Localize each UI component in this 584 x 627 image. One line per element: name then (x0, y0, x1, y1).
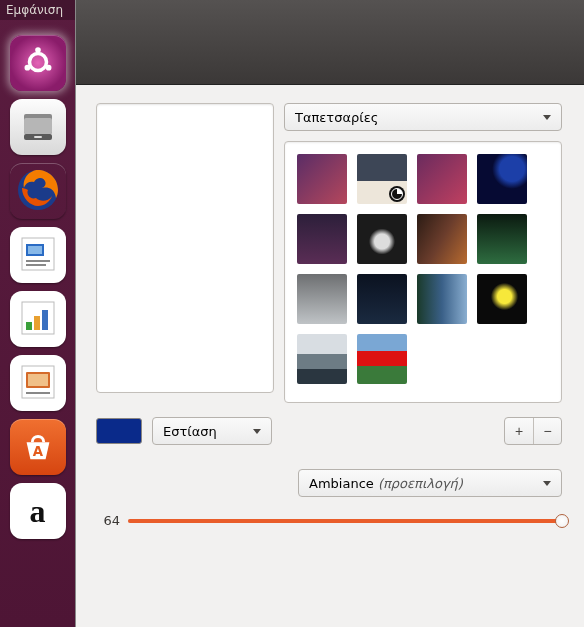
wallpaper-thumb[interactable] (417, 154, 467, 204)
remove-wallpaper-button[interactable]: − (533, 418, 561, 444)
wallpaper-thumb[interactable] (477, 214, 527, 264)
slider-fill (128, 519, 562, 523)
svg-point-3 (24, 64, 30, 70)
launcher-item-libreoffice-impress[interactable] (10, 355, 66, 411)
wallpaper-thumb[interactable] (477, 274, 527, 324)
chevron-down-icon (543, 115, 551, 120)
wallpaper-thumb[interactable] (477, 154, 527, 204)
wallpaper-thumb[interactable] (297, 154, 347, 204)
background-color-swatch[interactable] (96, 418, 142, 444)
svg-rect-21 (28, 374, 48, 386)
svg-rect-14 (26, 264, 46, 266)
wallpaper-thumb[interactable] (357, 154, 407, 204)
impress-icon (18, 362, 58, 405)
wallpaper-grid (284, 141, 562, 403)
launcher-item-amazon[interactable]: a (10, 483, 66, 539)
chevron-down-icon (543, 481, 551, 486)
svg-rect-6 (24, 118, 52, 134)
software-center-icon: A (19, 427, 57, 468)
add-wallpaper-button[interactable]: + (505, 418, 533, 444)
fit-mode-dropdown[interactable]: Εστίαση (152, 417, 272, 445)
unity-launcher: Εμφάνιση A a (0, 0, 75, 627)
svg-text:A: A (32, 443, 43, 458)
launcher-item-libreoffice-calc[interactable] (10, 291, 66, 347)
launcher-item-ubuntu-software[interactable]: A (10, 419, 66, 475)
clock-icon (389, 186, 405, 202)
wallpaper-preview (96, 103, 274, 393)
wallpaper-source-label: Ταπετσαρίες (295, 110, 378, 125)
svg-rect-12 (28, 246, 42, 254)
slider-thumb[interactable] (555, 514, 569, 528)
fit-mode-label: Εστίαση (163, 424, 217, 439)
svg-point-2 (35, 47, 41, 53)
launcher-item-ubuntu-dash[interactable] (10, 35, 66, 91)
wallpaper-thumb[interactable] (297, 334, 347, 384)
wallpaper-thumb[interactable] (297, 274, 347, 324)
chevron-down-icon (253, 429, 261, 434)
svg-point-4 (45, 64, 51, 70)
launcher-item-libreoffice-writer[interactable] (10, 227, 66, 283)
wallpaper-thumb[interactable] (357, 274, 407, 324)
launcher-header: Εμφάνιση (6, 3, 63, 17)
wallpaper-thumb[interactable] (417, 214, 467, 264)
add-remove-group: + − (504, 417, 562, 445)
writer-icon (18, 234, 58, 277)
firefox-icon (14, 166, 62, 217)
appearance-panel: Ταπετσαρίες Εστίαση + − Ambiance (προεπι… (76, 85, 584, 627)
wallpaper-thumb[interactable] (357, 334, 407, 384)
svg-rect-8 (34, 136, 42, 138)
ubuntu-logo-icon (21, 45, 55, 82)
icon-size-slider[interactable] (128, 514, 562, 528)
svg-rect-16 (26, 322, 32, 330)
svg-rect-18 (42, 310, 48, 330)
svg-rect-17 (34, 316, 40, 330)
wallpaper-thumb[interactable] (297, 214, 347, 264)
theme-dropdown[interactable]: Ambiance (προεπιλογή) (298, 469, 562, 497)
calc-icon (18, 298, 58, 341)
wallpaper-thumb[interactable] (357, 214, 407, 264)
window-titlebar (76, 0, 584, 85)
launcher-item-files[interactable] (10, 99, 66, 155)
svg-point-1 (29, 53, 46, 70)
svg-rect-13 (26, 260, 50, 262)
theme-label: Ambiance (προεπιλογή) (309, 476, 463, 491)
wallpaper-source-dropdown[interactable]: Ταπετσαρίες (284, 103, 562, 131)
wallpaper-thumb[interactable] (417, 274, 467, 324)
file-manager-icon (18, 106, 58, 149)
icon-size-value: 64 (96, 513, 120, 528)
amazon-icon: a (30, 493, 46, 530)
appearance-window: Ταπετσαρίες Εστίαση + − Ambiance (προεπι… (75, 0, 584, 627)
svg-rect-22 (26, 392, 50, 394)
launcher-item-firefox[interactable] (10, 163, 66, 219)
